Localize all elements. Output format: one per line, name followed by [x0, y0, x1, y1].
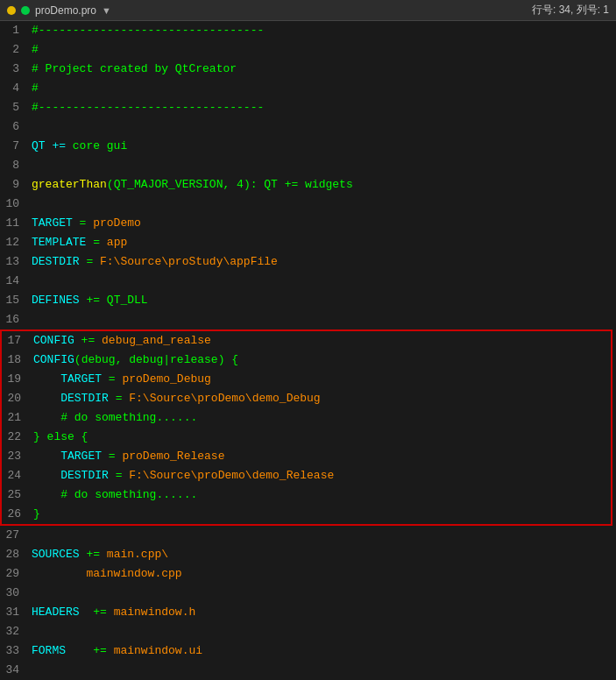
line-content[interactable]	[26, 584, 616, 603]
title-arrow: ▼	[102, 5, 111, 16]
line-content[interactable]: TARGET = proDemo_Release	[28, 447, 611, 466]
line-content[interactable]: CONFIG(debug, debug|release) {	[28, 351, 611, 370]
code-line: 12TEMPLATE = app	[0, 233, 616, 252]
line-content[interactable]: #---------------------------------	[26, 98, 616, 117]
line-content[interactable]: CONFIG += debug_and_realse	[28, 331, 611, 351]
line-number: 20	[2, 389, 28, 408]
line-number: 21	[2, 408, 28, 428]
code-line: 25 # do something......	[2, 485, 611, 505]
line-number: 3	[0, 60, 26, 79]
line-number: 5	[0, 98, 26, 117]
line-number: 15	[0, 291, 26, 310]
code-line: 32	[0, 622, 616, 641]
code-line: 29 mainwindow.cpp	[0, 564, 616, 584]
code-line: 5#---------------------------------	[0, 98, 616, 117]
line-content[interactable]	[26, 272, 616, 291]
code-line: 21 # do something......	[2, 408, 611, 428]
line-number: 16	[0, 310, 26, 329]
line-content[interactable]: DESTDIR = F:\Source\proDemo\demo_Release	[28, 466, 611, 485]
line-number: 6	[0, 117, 26, 137]
code-line: 23 TARGET = proDemo_Release	[2, 447, 611, 466]
code-line: 6	[0, 117, 616, 137]
code-editor[interactable]: 1#---------------------------------2#3# …	[0, 21, 616, 680]
line-number: 8	[0, 156, 26, 175]
line-content[interactable]	[26, 156, 616, 175]
titlebar-position: 行号: 34, 列号: 1	[532, 3, 609, 18]
line-content[interactable]: # Project created by QtCreator	[26, 60, 616, 79]
line-content[interactable]: DESTDIR = F:\Source\proDemo\demo_Debug	[28, 389, 611, 408]
line-number: 13	[0, 252, 26, 272]
line-content[interactable]: TEMPLATE = app	[26, 233, 616, 252]
line-number: 4	[0, 79, 26, 98]
line-content[interactable]: greaterThan(QT_MAJOR_VERSION, 4): QT += …	[26, 175, 616, 195]
line-number: 33	[0, 641, 26, 661]
line-content[interactable]: # do something......	[28, 408, 611, 428]
line-number: 30	[0, 584, 26, 603]
line-number: 2	[0, 40, 26, 60]
code-line: 4#	[0, 79, 616, 98]
line-number: 26	[2, 505, 28, 524]
line-number: 14	[0, 272, 26, 291]
line-number: 18	[2, 351, 28, 370]
line-content[interactable]: QT += core gui	[26, 137, 616, 156]
code-line: 3# Project created by QtCreator	[0, 60, 616, 79]
line-number: 34	[0, 661, 26, 680]
line-content[interactable]: SOURCES += main.cpp\	[26, 545, 616, 564]
code-line: 20 DESTDIR = F:\Source\proDemo\demo_Debu…	[2, 389, 611, 408]
line-number: 10	[0, 195, 26, 214]
line-content[interactable]: # do something......	[28, 485, 611, 505]
line-content[interactable]: }	[28, 505, 611, 524]
code-line: 9greaterThan(QT_MAJOR_VERSION, 4): QT +=…	[0, 175, 616, 195]
title-filename: proDemo.pro	[35, 4, 96, 17]
line-content[interactable]: mainwindow.cpp	[26, 564, 616, 584]
line-number: 12	[0, 233, 26, 252]
code-line: 19 TARGET = proDemo_Debug	[2, 370, 611, 389]
code-line: 34	[0, 661, 616, 680]
titlebar-left: proDemo.pro ▼	[7, 4, 111, 17]
code-line: 28SOURCES += main.cpp\	[0, 545, 616, 564]
line-content[interactable]: } else {	[28, 428, 611, 447]
code-line: 7QT += core gui	[0, 137, 616, 156]
line-number: 19	[2, 370, 28, 389]
line-content[interactable]: #	[26, 40, 616, 60]
code-line: 10	[0, 195, 616, 214]
code-line: 27	[0, 526, 616, 545]
line-content[interactable]: DESTDIR = F:\Source\proStudy\appFile	[26, 252, 616, 272]
line-number: 1	[0, 21, 26, 40]
line-number: 22	[2, 428, 28, 447]
code-line: 2#	[0, 40, 616, 60]
code-line: 33FORMS += mainwindow.ui	[0, 641, 616, 661]
highlighted-code-block: 17CONFIG += debug_and_realse18CONFIG(deb…	[0, 329, 612, 526]
line-number: 17	[2, 331, 28, 351]
line-content[interactable]	[26, 661, 616, 680]
line-content[interactable]	[26, 195, 616, 214]
line-number: 11	[0, 214, 26, 233]
line-number: 29	[0, 564, 26, 584]
line-number: 28	[0, 545, 26, 564]
code-line: 1#---------------------------------	[0, 21, 616, 40]
line-number: 31	[0, 603, 26, 622]
line-content[interactable]: #---------------------------------	[26, 21, 616, 40]
title-dot-green	[21, 6, 30, 15]
line-content[interactable]	[26, 310, 616, 329]
code-line: 30	[0, 584, 616, 603]
line-content[interactable]	[26, 622, 616, 641]
code-line: 15DEFINES += QT_DLL	[0, 291, 616, 310]
line-content[interactable]	[26, 117, 616, 137]
line-number: 27	[0, 526, 26, 545]
code-line: 31HEADERS += mainwindow.h	[0, 603, 616, 622]
line-content[interactable]: TARGET = proDemo	[26, 214, 616, 233]
line-number: 7	[0, 137, 26, 156]
line-content[interactable]: #	[26, 79, 616, 98]
line-content[interactable]	[26, 526, 616, 545]
line-number: 25	[2, 485, 28, 505]
title-dot-yellow	[7, 6, 16, 15]
line-content[interactable]: HEADERS += mainwindow.h	[26, 603, 616, 622]
code-line: 24 DESTDIR = F:\Source\proDemo\demo_Rele…	[2, 466, 611, 485]
line-content[interactable]: FORMS += mainwindow.ui	[26, 641, 616, 661]
code-line: 18CONFIG(debug, debug|release) {	[2, 351, 611, 370]
line-content[interactable]: TARGET = proDemo_Debug	[28, 370, 611, 389]
code-line: 16	[0, 310, 616, 329]
code-line: 26}	[2, 505, 611, 524]
line-content[interactable]: DEFINES += QT_DLL	[26, 291, 616, 310]
